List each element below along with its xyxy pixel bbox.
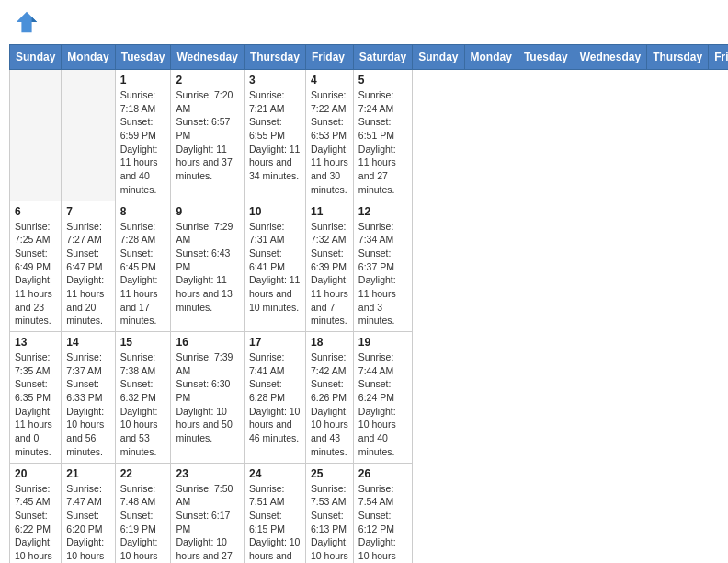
day-info: Sunrise: 7:45 AMSunset: 6:22 PMDaylight:… <box>15 482 56 564</box>
calendar-cell: 6Sunrise: 7:25 AMSunset: 6:49 PMDaylight… <box>10 201 62 332</box>
calendar-cell: 19Sunrise: 7:44 AMSunset: 6:24 PMDayligh… <box>353 332 412 464</box>
day-header-tuesday: Tuesday <box>115 45 171 70</box>
day-header-friday: Friday <box>305 45 353 70</box>
day-header-tuesday: Tuesday <box>518 45 574 70</box>
day-header-monday: Monday <box>464 45 518 70</box>
day-number: 3 <box>249 74 301 86</box>
days-header-row: SundayMondayTuesdayWednesdayThursdayFrid… <box>10 45 729 70</box>
logo <box>14 9 43 35</box>
day-number: 2 <box>176 74 238 86</box>
day-info: Sunrise: 7:50 AMSunset: 6:17 PMDaylight:… <box>176 482 238 564</box>
day-info: Sunrise: 7:32 AMSunset: 6:39 PMDaylight:… <box>311 220 348 328</box>
day-info: Sunrise: 7:31 AMSunset: 6:41 PMDaylight:… <box>249 220 301 315</box>
calendar-cell: 23Sunrise: 7:50 AMSunset: 6:17 PMDayligh… <box>171 463 244 563</box>
week-row-3: 13Sunrise: 7:35 AMSunset: 6:35 PMDayligh… <box>10 332 729 464</box>
day-info: Sunrise: 7:54 AMSunset: 6:12 PMDaylight:… <box>358 482 407 564</box>
week-row-4: 20Sunrise: 7:45 AMSunset: 6:22 PMDayligh… <box>10 463 729 563</box>
calendar-cell: 7Sunrise: 7:27 AMSunset: 6:47 PMDaylight… <box>62 201 115 332</box>
day-info: Sunrise: 7:27 AMSunset: 6:47 PMDaylight:… <box>66 220 109 328</box>
day-info: Sunrise: 7:25 AMSunset: 6:49 PMDaylight:… <box>15 220 56 328</box>
day-number: 23 <box>176 467 238 480</box>
calendar-cell: 12Sunrise: 7:34 AMSunset: 6:37 PMDayligh… <box>353 201 412 332</box>
day-header-wednesday: Wednesday <box>574 45 646 70</box>
day-info: Sunrise: 7:38 AMSunset: 6:32 PMDaylight:… <box>120 350 166 459</box>
day-header-thursday: Thursday <box>647 45 709 70</box>
calendar-cell: 25Sunrise: 7:53 AMSunset: 6:13 PMDayligh… <box>305 463 353 563</box>
day-number: 14 <box>66 336 109 349</box>
calendar-cell: 20Sunrise: 7:45 AMSunset: 6:22 PMDayligh… <box>10 463 62 563</box>
calendar-cell: 18Sunrise: 7:42 AMSunset: 6:26 PMDayligh… <box>305 332 353 464</box>
day-number: 7 <box>66 205 109 218</box>
day-number: 1 <box>120 74 166 86</box>
week-row-1: 1Sunrise: 7:18 AMSunset: 6:59 PMDaylight… <box>10 70 729 201</box>
calendar-cell: 17Sunrise: 7:41 AMSunset: 6:28 PMDayligh… <box>244 332 305 464</box>
calendar-cell: 15Sunrise: 7:38 AMSunset: 6:32 PMDayligh… <box>115 332 171 464</box>
day-number: 13 <box>15 336 56 349</box>
day-number: 25 <box>311 467 348 480</box>
calendar-cell <box>10 70 62 201</box>
calendar-cell: 9Sunrise: 7:29 AMSunset: 6:43 PMDaylight… <box>171 201 244 332</box>
day-info: Sunrise: 7:35 AMSunset: 6:35 PMDaylight:… <box>15 350 56 459</box>
calendar-cell: 22Sunrise: 7:48 AMSunset: 6:19 PMDayligh… <box>115 463 171 563</box>
day-info: Sunrise: 7:34 AMSunset: 6:37 PMDaylight:… <box>358 220 407 328</box>
day-number: 12 <box>358 205 407 218</box>
day-info: Sunrise: 7:47 AMSunset: 6:20 PMDaylight:… <box>66 482 109 564</box>
day-number: 5 <box>358 74 407 86</box>
day-info: Sunrise: 7:41 AMSunset: 6:28 PMDaylight:… <box>249 350 301 445</box>
calendar-cell <box>62 70 115 201</box>
day-number: 10 <box>249 205 301 218</box>
calendar-cell: 26Sunrise: 7:54 AMSunset: 6:12 PMDayligh… <box>353 463 412 563</box>
calendar-cell: 11Sunrise: 7:32 AMSunset: 6:39 PMDayligh… <box>305 201 353 332</box>
day-info: Sunrise: 7:53 AMSunset: 6:13 PMDaylight:… <box>311 482 348 564</box>
calendar-cell: 13Sunrise: 7:35 AMSunset: 6:35 PMDayligh… <box>10 332 62 464</box>
calendar-cell: 5Sunrise: 7:24 AMSunset: 6:51 PMDaylight… <box>353 70 412 201</box>
day-number: 24 <box>249 467 301 480</box>
day-number: 18 <box>311 336 348 349</box>
day-info: Sunrise: 7:28 AMSunset: 6:45 PMDaylight:… <box>120 220 166 328</box>
day-header-monday: Monday <box>62 45 115 70</box>
day-number: 8 <box>120 205 166 218</box>
day-header-saturday: Saturday <box>353 45 412 70</box>
day-info: Sunrise: 7:29 AMSunset: 6:43 PMDaylight:… <box>176 220 238 315</box>
day-header-wednesday: Wednesday <box>171 45 244 70</box>
calendar-table: SundayMondayTuesdayWednesdayThursdayFrid… <box>9 44 728 563</box>
day-number: 26 <box>358 467 407 480</box>
day-number: 9 <box>176 205 238 218</box>
day-header-friday: Friday <box>709 45 728 70</box>
day-header-thursday: Thursday <box>244 45 305 70</box>
day-info: Sunrise: 7:39 AMSunset: 6:30 PMDaylight:… <box>176 350 238 445</box>
day-header-sunday: Sunday <box>10 45 62 70</box>
calendar-cell: 21Sunrise: 7:47 AMSunset: 6:20 PMDayligh… <box>62 463 115 563</box>
day-info: Sunrise: 7:44 AMSunset: 6:24 PMDaylight:… <box>358 350 407 459</box>
day-number: 11 <box>311 205 348 218</box>
calendar-cell: 1Sunrise: 7:18 AMSunset: 6:59 PMDaylight… <box>115 70 171 201</box>
day-info: Sunrise: 7:48 AMSunset: 6:19 PMDaylight:… <box>120 482 166 564</box>
day-info: Sunrise: 7:20 AMSunset: 6:57 PMDaylight:… <box>176 88 238 183</box>
day-number: 20 <box>15 467 56 480</box>
calendar-cell: 14Sunrise: 7:37 AMSunset: 6:33 PMDayligh… <box>62 332 115 464</box>
calendar-cell: 2Sunrise: 7:20 AMSunset: 6:57 PMDaylight… <box>171 70 244 201</box>
day-info: Sunrise: 7:24 AMSunset: 6:51 PMDaylight:… <box>358 88 407 197</box>
day-number: 16 <box>176 336 238 349</box>
calendar-cell: 24Sunrise: 7:51 AMSunset: 6:15 PMDayligh… <box>244 463 305 563</box>
calendar-cell: 4Sunrise: 7:22 AMSunset: 6:53 PMDaylight… <box>305 70 353 201</box>
calendar-cell: 16Sunrise: 7:39 AMSunset: 6:30 PMDayligh… <box>171 332 244 464</box>
day-info: Sunrise: 7:18 AMSunset: 6:59 PMDaylight:… <box>120 88 166 197</box>
logo-icon <box>14 9 40 35</box>
day-info: Sunrise: 7:37 AMSunset: 6:33 PMDaylight:… <box>66 350 109 459</box>
day-number: 21 <box>66 467 109 480</box>
day-info: Sunrise: 7:42 AMSunset: 6:26 PMDaylight:… <box>311 350 348 459</box>
day-info: Sunrise: 7:22 AMSunset: 6:53 PMDaylight:… <box>311 88 348 197</box>
day-number: 17 <box>249 336 301 349</box>
day-number: 4 <box>311 74 348 86</box>
page-header <box>9 9 719 35</box>
calendar-cell: 3Sunrise: 7:21 AMSunset: 6:55 PMDaylight… <box>244 70 305 201</box>
day-number: 15 <box>120 336 166 349</box>
calendar-cell: 8Sunrise: 7:28 AMSunset: 6:45 PMDaylight… <box>115 201 171 332</box>
day-number: 22 <box>120 467 166 480</box>
day-number: 6 <box>15 205 56 218</box>
week-row-2: 6Sunrise: 7:25 AMSunset: 6:49 PMDaylight… <box>10 201 729 332</box>
calendar-cell: 10Sunrise: 7:31 AMSunset: 6:41 PMDayligh… <box>244 201 305 332</box>
day-header-sunday: Sunday <box>413 45 464 70</box>
day-number: 19 <box>358 336 407 349</box>
